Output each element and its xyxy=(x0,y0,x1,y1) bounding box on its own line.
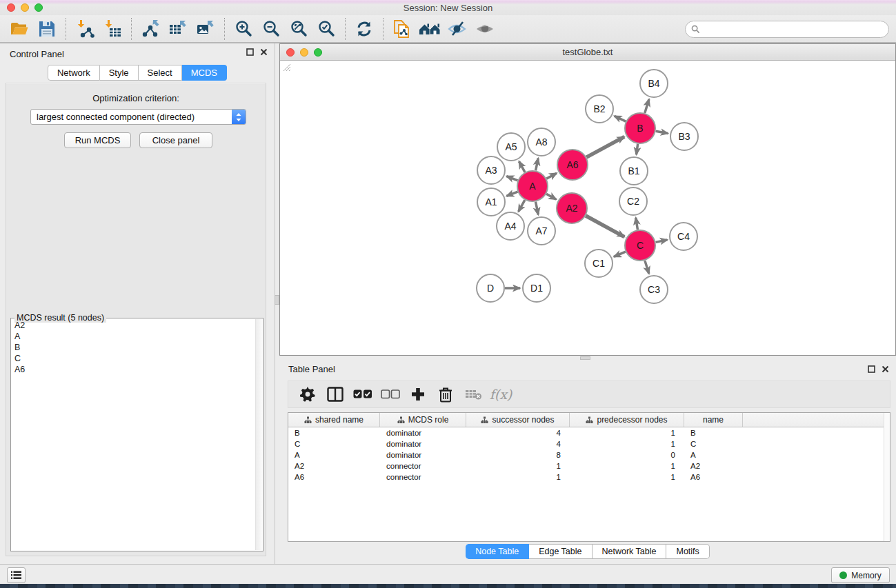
search-input[interactable] xyxy=(704,25,888,34)
node-A3[interactable]: A3 xyxy=(477,156,505,184)
vertical-splitter-handle[interactable] xyxy=(275,295,279,305)
task-history-button[interactable] xyxy=(7,567,26,583)
refresh-button[interactable] xyxy=(350,17,378,41)
edge-C-C4[interactable] xyxy=(656,240,668,243)
deselect-all-rows-button[interactable] xyxy=(378,383,403,405)
memory-button[interactable]: Memory xyxy=(831,567,890,583)
float-panel-icon[interactable] xyxy=(868,365,875,373)
zoom-in-button[interactable] xyxy=(230,17,257,41)
resize-grip-icon[interactable] xyxy=(281,61,290,71)
zoom-out-button[interactable] xyxy=(257,17,285,41)
edge-A-A6[interactable] xyxy=(546,173,557,179)
network-graph[interactable]: AA1A3A5A8A4A7A6A2BB1B2B3B4CC1C2C3C4DD1 xyxy=(281,61,895,354)
tab-motifs[interactable]: Motifs xyxy=(666,544,709,559)
result-scrollbar[interactable] xyxy=(255,319,262,550)
cell-name[interactable]: C xyxy=(684,438,743,449)
column-header-successor-nodes[interactable]: successor nodes xyxy=(466,413,570,427)
float-panel-icon[interactable] xyxy=(246,48,254,56)
cell-name[interactable]: A6 xyxy=(684,472,743,483)
node-D1[interactable]: D1 xyxy=(523,274,550,302)
cell-mcds-role[interactable]: connector xyxy=(380,460,466,472)
mcds-result-list[interactable]: A2 A B C A6 xyxy=(12,320,255,550)
open-file-button[interactable] xyxy=(6,17,33,41)
hide-selected-button[interactable] xyxy=(444,17,471,41)
cell-name[interactable]: B xyxy=(684,427,743,438)
zoom-selected-button[interactable] xyxy=(312,17,340,41)
column-header-shared-name[interactable]: shared name xyxy=(288,413,380,427)
cell-predecessor-nodes[interactable]: 1 xyxy=(570,460,684,472)
cell-predecessor-nodes[interactable]: 1 xyxy=(570,438,684,449)
tab-node-table[interactable]: Node Table xyxy=(466,544,529,559)
export-image-button[interactable] xyxy=(192,17,219,41)
cell-mcds-role[interactable]: connector xyxy=(380,472,466,483)
show-all-networks-button[interactable] xyxy=(416,17,444,41)
node-A1[interactable]: A1 xyxy=(477,188,505,216)
edge-B-B1[interactable] xyxy=(636,144,637,154)
cell-name[interactable]: A xyxy=(684,449,743,460)
tab-select[interactable]: Select xyxy=(139,65,182,81)
duplicate-network-button[interactable] xyxy=(388,17,416,41)
tab-edge-table[interactable]: Edge Table xyxy=(529,544,592,559)
cell-shared-name[interactable]: A6 xyxy=(288,472,380,483)
delete-column-button[interactable] xyxy=(433,383,458,405)
edge-A6-B[interactable] xyxy=(586,136,624,157)
import-table-button[interactable] xyxy=(99,17,126,41)
edge-A2-C[interactable] xyxy=(586,216,624,237)
search-field[interactable] xyxy=(685,21,889,38)
list-item[interactable]: A6 xyxy=(12,364,255,375)
cell-shared-name[interactable]: C xyxy=(288,438,380,449)
cell-shared-name[interactable]: B xyxy=(288,427,380,438)
run-mcds-button[interactable]: Run MCDS xyxy=(64,132,131,148)
tab-network-table[interactable]: Network Table xyxy=(593,544,667,559)
node-A7[interactable]: A7 xyxy=(528,217,555,245)
edge-C-C3[interactable] xyxy=(645,261,649,274)
cell-successor-nodes[interactable]: 4 xyxy=(466,427,570,438)
node-B3[interactable]: B3 xyxy=(670,123,698,150)
edge-C-C1[interactable] xyxy=(614,252,626,256)
node-A4[interactable]: A4 xyxy=(497,212,524,240)
edge-B-B2[interactable] xyxy=(615,116,626,121)
table-row[interactable]: A2 connector 1 1 A2 xyxy=(288,460,890,472)
table-settings-button[interactable] xyxy=(295,383,320,405)
edge-A-A2[interactable] xyxy=(546,194,556,199)
save-session-button[interactable] xyxy=(33,17,61,41)
cell-successor-nodes[interactable]: 1 xyxy=(466,460,570,472)
node-C3[interactable]: C3 xyxy=(640,276,668,303)
close-panel-icon[interactable] xyxy=(260,48,268,56)
cell-successor-nodes[interactable]: 8 xyxy=(466,449,570,460)
cell-shared-name[interactable]: A2 xyxy=(288,460,380,472)
edge-B-B3[interactable] xyxy=(656,131,668,133)
network-canvas[interactable]: AA1A3A5A8A4A7A6A2BB1B2B3B4CC1C2C3C4DD1 xyxy=(281,61,895,354)
node-C[interactable]: C xyxy=(625,230,655,261)
node-A[interactable]: A xyxy=(517,171,548,201)
node-B1[interactable]: B1 xyxy=(620,157,648,185)
horizontal-splitter-handle[interactable] xyxy=(580,356,590,360)
column-header-predecessor-nodes[interactable]: predecessor nodes xyxy=(570,413,684,427)
edge-A-A8[interactable] xyxy=(536,159,539,171)
cell-shared-name[interactable]: A xyxy=(288,449,380,460)
node-C4[interactable]: C4 xyxy=(670,223,697,250)
tab-style[interactable]: Style xyxy=(100,65,139,81)
node-A8[interactable]: A8 xyxy=(528,128,555,156)
table-row[interactable]: A6 connector 1 1 A6 xyxy=(288,472,890,483)
network-window-titlebar[interactable]: testGlobe.txt xyxy=(280,44,895,61)
select-all-rows-button[interactable] xyxy=(350,383,375,405)
node-C2[interactable]: C2 xyxy=(619,187,647,215)
cell-predecessor-nodes[interactable]: 1 xyxy=(570,472,684,483)
table-scrollbar[interactable] xyxy=(884,413,890,541)
show-selected-button[interactable] xyxy=(471,17,499,41)
node-A2[interactable]: A2 xyxy=(557,193,587,223)
close-panel-icon[interactable] xyxy=(882,365,889,373)
node-B2[interactable]: B2 xyxy=(586,95,613,123)
list-item[interactable]: A xyxy=(12,331,255,342)
node-C1[interactable]: C1 xyxy=(585,250,613,277)
edge-A-A3[interactable] xyxy=(506,176,517,181)
edge-B-B4[interactable] xyxy=(645,99,649,113)
list-item[interactable]: A2 xyxy=(12,320,255,331)
edge-A-A5[interactable] xyxy=(519,161,525,172)
cell-successor-nodes[interactable]: 4 xyxy=(466,438,570,449)
column-header-name[interactable]: name xyxy=(684,413,743,427)
node-D[interactable]: D xyxy=(477,274,504,302)
criterion-select[interactable]: largest connected component (directed) xyxy=(30,109,246,125)
cell-predecessor-nodes[interactable]: 0 xyxy=(570,449,684,460)
